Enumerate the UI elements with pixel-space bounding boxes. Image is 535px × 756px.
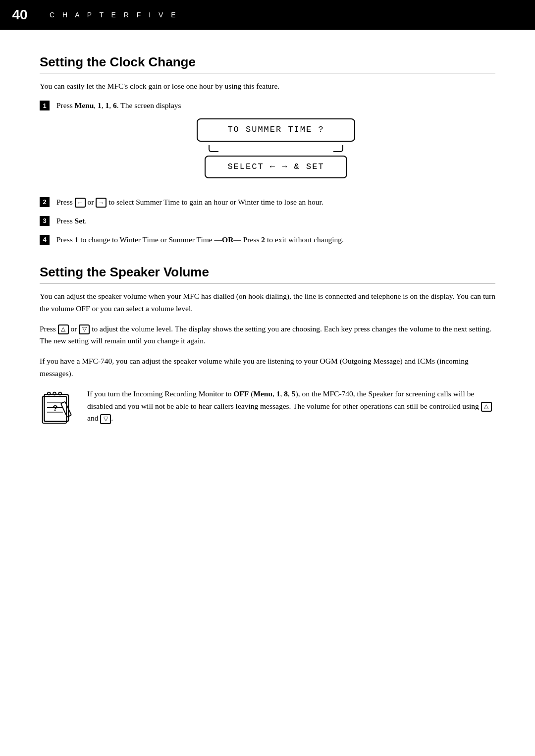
section2-para3: If you have a MFC-740, you can adjust th… [40,355,495,380]
lightbulb-icon: ? [40,389,77,426]
steps-list: 1 Press Menu, 1, 1, 6. The screen displa… [40,100,495,246]
step-2-number: 2 [40,197,50,207]
svg-point-4 [48,392,51,395]
lcd-row1: TO SUMMER TIME ? [197,118,355,141]
svg-point-2 [53,392,56,395]
step-2: 2 Press ← or → to select Summer Time to … [40,196,495,208]
page-number: 40 [0,0,40,30]
page-header: 40 C H A P T E R F I V E [0,0,535,30]
section1-intro: You can easily let the MFC's clock gain … [40,80,495,92]
main-content: Setting the Clock Change You can easily … [0,30,535,458]
lcd-connector [209,142,343,156]
section2-para2: Press △ or ▽ to adjust the volume level.… [40,323,495,348]
left-arrow-icon: ← [75,198,86,208]
step-2-text: Press ← or → to select Summer Time to ga… [56,196,495,208]
section2-title: Setting the Speaker Volume [40,265,495,283]
section-clock-change: Setting the Clock Change You can easily … [40,54,495,246]
chapter-label: C H A P T E R F I V E [40,11,179,19]
svg-text:?: ? [53,404,57,413]
lcd-row2: SELECT ← → & SET [205,156,347,178]
section2-body: You can adjust the speaker volume when y… [40,290,495,380]
step-1-text: Press Menu, 1, 1, 6. The screen displays… [56,100,495,189]
up-arrow-icon: △ [58,324,69,334]
right-arrow-icon: → [96,198,107,208]
section1-title: Setting the Clock Change [40,54,495,73]
section2-para1: You can adjust the speaker volume when y… [40,290,495,315]
lcd-display: TO SUMMER TIME ? SELECT ← → & SET [197,118,355,178]
down-arrow-icon: ▽ [79,324,90,334]
note-down-arrow-icon: ▽ [100,414,111,424]
note-text: If you turn the Incoming Recording Monit… [87,388,495,425]
step-3: 3 Press Set. [40,215,495,227]
note-icon: ? [40,389,79,428]
step-4-number: 4 [40,235,50,245]
step-3-number: 3 [40,216,50,226]
section-speaker-volume: Setting the Speaker Volume You can adjus… [40,265,495,428]
step-4: 4 Press 1 to change to Winter Time or Su… [40,234,495,246]
note-up-arrow-icon: △ [481,402,492,412]
step-1: 1 Press Menu, 1, 1, 6. The screen displa… [40,100,495,189]
step-3-text: Press Set. [56,215,495,227]
step-1-number: 1 [40,101,50,110]
note-row: ? If you turn the Incoming Recording Mon… [40,388,495,428]
step-4-text: Press 1 to change to Winter Time or Summ… [56,234,495,246]
svg-point-3 [58,392,61,395]
